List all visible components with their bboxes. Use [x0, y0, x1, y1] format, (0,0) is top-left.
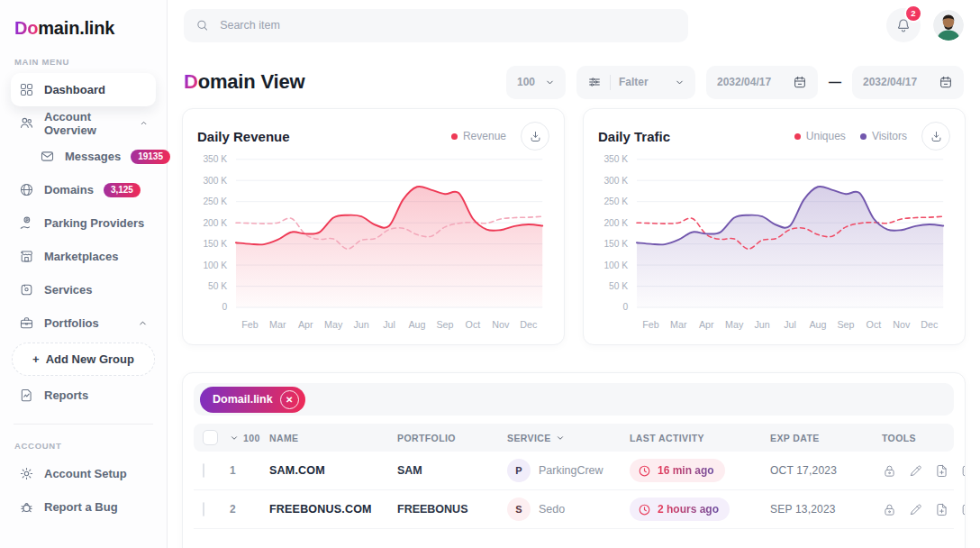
chevron-down-icon [545, 78, 555, 87]
chevron-down-icon [230, 434, 239, 443]
sidebar-item-reports[interactable]: Reports [11, 379, 156, 412]
lock-icon[interactable] [882, 502, 897, 517]
file-plus-icon[interactable] [934, 463, 949, 479]
briefcase-icon [19, 315, 34, 331]
sidebar-item-label: Marketplaces [44, 250, 118, 263]
daily-revenue-chart: 350 K300 K250 K200 K150 K100 K50 K0FebMa… [195, 151, 551, 341]
sidebar-item-services[interactable]: Services [11, 273, 156, 306]
copy-plus-icon[interactable] [960, 502, 966, 517]
svg-text:Jun: Jun [754, 319, 769, 330]
column-header-count[interactable]: 100 [230, 433, 269, 443]
sidebar: Domain.link MAIN MENU Dashboard Account … [0, 0, 168, 548]
table-row[interactable]: 1 SAM.COM SAM P ParkingCrew 16 min ago O… [194, 452, 954, 490]
date-to-picker[interactable]: 2032/04/17 [852, 66, 964, 99]
sidebar-item-marketplaces[interactable]: Marketplaces [11, 240, 156, 273]
sidebar-item-account-setup[interactable]: Account Setup [11, 457, 156, 490]
download-icon [529, 130, 542, 143]
user-avatar[interactable] [933, 10, 964, 41]
column-header-last-activity[interactable]: LAST ACTIVITY [630, 433, 770, 443]
sidebar-item-label: Account Setup [44, 467, 127, 480]
clock-icon [638, 464, 651, 478]
download-chart-button[interactable] [921, 122, 950, 151]
svg-text:Dec: Dec [520, 319, 538, 330]
lock-icon[interactable] [882, 463, 897, 479]
sidebar-item-account-overview[interactable]: Account Overview [11, 106, 156, 140]
svg-text:250 K: 250 K [203, 196, 227, 206]
sidebar-item-dashboard[interactable]: Dashboard [11, 73, 156, 106]
sidebar-divider [14, 424, 153, 425]
filter-chip-label: Domail.link [213, 393, 273, 406]
column-header-portfolio[interactable]: PORTFOLIO [397, 433, 507, 443]
exp-date: SEP 13,2023 [770, 503, 882, 516]
page-size-dropdown[interactable]: 100 [506, 66, 566, 99]
svg-text:Sep: Sep [837, 319, 854, 330]
clock-icon [638, 503, 651, 516]
svg-text:0: 0 [222, 302, 227, 312]
sidebar-item-parking-providers[interactable]: Parking Providers [11, 206, 156, 240]
sidebar-item-label: Services [44, 283, 93, 297]
dashboard-icon [19, 82, 34, 97]
row-checkbox[interactable] [203, 502, 204, 516]
download-chart-button[interactable] [521, 122, 549, 151]
topbar: 2 [168, 0, 980, 50]
plus-icon: + [32, 352, 40, 366]
legend-item-visitors: Visitors [860, 130, 907, 142]
report-doc-icon [19, 388, 34, 403]
svg-text:250 K: 250 K [603, 196, 628, 206]
svg-text:Dec: Dec [921, 319, 939, 330]
add-new-group-button[interactable]: + Add New Group [12, 342, 155, 376]
svg-text:50 K: 50 K [609, 281, 628, 291]
users-icon [19, 115, 34, 131]
chevron-down-icon [675, 78, 685, 87]
edit-pencil-icon[interactable] [908, 502, 923, 517]
chevron-up-icon [140, 118, 148, 128]
remove-filter-icon[interactable]: ✕ [280, 390, 299, 409]
chart-legend: Uniques Visitors [794, 130, 907, 142]
copy-plus-icon[interactable] [960, 463, 966, 479]
search-input[interactable] [218, 18, 676, 32]
date-from-picker[interactable]: 2032/04/17 [706, 66, 818, 99]
row-tools [882, 463, 966, 479]
table-header-row: 100 NAME PORTFOLIO SERVICE LAST ACTIVITY… [194, 424, 954, 452]
main-menu-label: MAIN MENU [14, 57, 152, 67]
service-cell: S Sedo [507, 498, 630, 521]
svg-text:Mar: Mar [269, 319, 286, 330]
sidebar-item-domains[interactable]: Domains 3,125 [11, 173, 156, 206]
brand-logo[interactable]: Domain.link [11, 11, 156, 41]
envelope-icon [40, 149, 55, 164]
chevron-up-icon [138, 318, 148, 328]
svg-text:300 K: 300 K [203, 176, 227, 186]
domain-name[interactable]: SAM.COM [269, 464, 397, 477]
select-all-checkbox[interactable] [203, 430, 218, 445]
parking-hand-icon [19, 215, 34, 231]
sidebar-item-messages[interactable]: Messages 19135 [11, 140, 156, 173]
svg-text:Nov: Nov [893, 319, 911, 330]
filter-separator [610, 75, 611, 90]
column-header-name[interactable]: NAME [269, 433, 397, 443]
brand-logo-suffix: main.link [38, 18, 114, 38]
column-header-tools: TOOLS [882, 433, 945, 443]
row-checkbox[interactable] [203, 463, 204, 478]
storefront-icon [19, 249, 34, 264]
legend-dot [794, 133, 801, 140]
svg-text:0: 0 [622, 302, 628, 312]
legend-dot [451, 133, 458, 140]
filter-dropdown[interactable]: Falter [576, 66, 695, 99]
domains-count-badge: 3,125 [104, 183, 141, 197]
add-new-group-label: Add New Group [46, 352, 134, 366]
chevron-down-icon [556, 434, 565, 443]
column-header-exp-date[interactable]: EXP DATE [770, 433, 882, 443]
svg-text:100 K: 100 K [203, 260, 227, 270]
column-header-service[interactable]: SERVICE [507, 433, 630, 443]
svg-text:Aug: Aug [408, 319, 425, 330]
table-row[interactable]: 2 FREEBONUS.COM FREEBONUS S Sedo 2 hours… [194, 490, 954, 529]
sidebar-item-portfolios[interactable]: Portfolios [11, 306, 156, 340]
edit-pencil-icon[interactable] [908, 463, 923, 479]
sidebar-item-report-a-bug[interactable]: Report a Bug [11, 490, 156, 524]
active-filter-chip[interactable]: Domail.link ✕ [200, 387, 305, 413]
domain-name[interactable]: FREEBONUS.COM [269, 503, 397, 516]
file-plus-icon[interactable] [934, 502, 949, 517]
bug-icon [19, 499, 34, 515]
notifications-button[interactable]: 2 [886, 8, 921, 42]
search-bar[interactable] [184, 9, 688, 42]
